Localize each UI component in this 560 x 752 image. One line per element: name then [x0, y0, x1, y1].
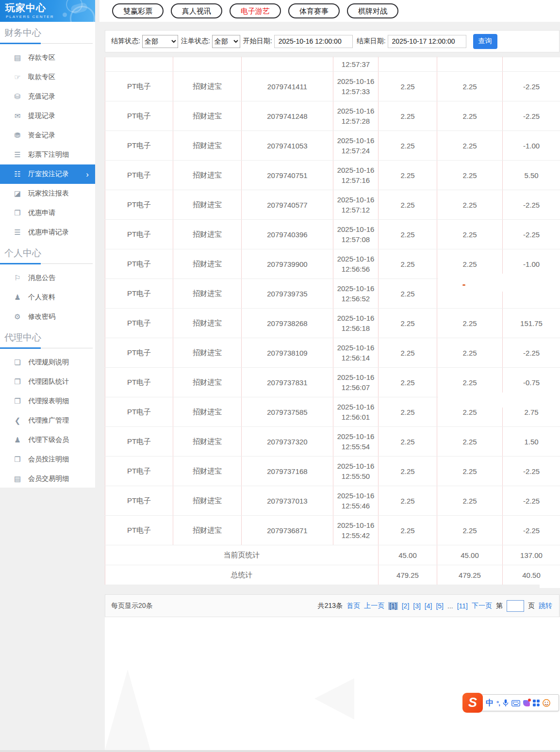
page-link-2[interactable]: [2]: [402, 602, 410, 610]
cell-game: 招财进宝: [173, 486, 242, 516]
page-link-3[interactable]: [3]: [413, 602, 421, 610]
cell-order-number: 2079740577: [242, 190, 333, 220]
sidebar-item-recharge-records[interactable]: ⛁ 充值记录: [0, 87, 95, 106]
tab-board-games[interactable]: 棋牌对战: [347, 3, 398, 18]
goto-jump-link[interactable]: 跳转: [539, 602, 552, 610]
keyboard-icon[interactable]: [511, 700, 520, 706]
cell-win-loss: -2.25: [503, 190, 560, 220]
cell-platform: PT电子: [105, 131, 173, 161]
promo-apply-records-icon: ☰: [13, 228, 22, 237]
sidebar-item-agent-promotion[interactable]: ❮ 代理推广管理: [0, 411, 95, 430]
goto-page-input[interactable]: [507, 600, 524, 612]
end-date-label: 结束日期:: [357, 37, 386, 46]
page-link-1[interactable]: [1]: [388, 602, 398, 610]
ime-toolbar: S 中 °,: [462, 693, 560, 713]
cell-platform: PT电子: [105, 161, 173, 190]
sidebar-item-player-bet-report[interactable]: ◪ 玩家投注报表: [0, 184, 95, 203]
cell-win-loss: 151.75: [503, 309, 560, 338]
cell-order-number: 2079737585: [242, 397, 333, 427]
sidebar-item-promo-apply[interactable]: ❒ 优惠申请: [0, 203, 95, 223]
cell-platform: PT电子: [105, 516, 173, 545]
cell-valid-amount: 2.25: [437, 190, 503, 220]
page-link-4[interactable]: [4]: [425, 602, 432, 610]
end-date-input[interactable]: [388, 35, 466, 48]
page-link-11[interactable]: [11]: [457, 602, 468, 610]
chinese-mode-icon[interactable]: 中: [486, 698, 494, 708]
watermark-triangle: [105, 670, 150, 750]
cell-win-loss: -1.00: [503, 131, 560, 161]
punctuation-icon[interactable]: °,: [496, 700, 500, 707]
cell-order-number: 2079737320: [242, 427, 333, 457]
pager: 共213条 首页 上一页 [1][2][3][4][5]...[11] 下一页 …: [318, 600, 552, 612]
cell-game: 招财进宝: [173, 101, 242, 131]
withdrawal-records-icon: ✉: [13, 112, 22, 120]
cell-order-number: 2079740751: [242, 161, 333, 190]
sidebar-item-messages[interactable]: ⚐ 消息公告: [0, 268, 95, 288]
apps-grid-icon[interactable]: [533, 700, 540, 706]
sidebar-section: 代理中心 ❏ 代理规则说明 ❐ 代理团队统计 ❐ 代理报表明细 ❮ 代理推广管理…: [0, 327, 95, 489]
settle-status-select[interactable]: 全部: [142, 35, 178, 48]
sidebar-item-member-transaction-details[interactable]: ▤ 会员交易明细: [0, 469, 95, 489]
cell-game: 招财进宝: [173, 338, 242, 368]
sidebar-item-label: 厅室投注记录: [28, 170, 69, 179]
sidebar-section-title: 财务中心: [0, 22, 95, 43]
order-status-select[interactable]: 全部: [212, 35, 240, 48]
cell-time: 2025-10-1612:57:28: [333, 101, 379, 131]
lottery-bet-details-icon: ☰: [13, 150, 22, 159]
redaction-patch: [438, 274, 560, 292]
sidebar-item-agent-rules[interactable]: ❏ 代理规则说明: [0, 353, 95, 372]
cell-game: 招财进宝: [173, 72, 242, 101]
sidebar-item-promo-apply-records[interactable]: ☰ 优惠申请记录: [0, 223, 95, 242]
sidebar-item-hall-bet-records[interactable]: ☷ 厅室投注记录 ›: [0, 164, 95, 184]
cell-time: 2025-10-1612:56:14: [333, 338, 379, 368]
page-link-5[interactable]: [5]: [436, 602, 444, 610]
sidebar-item-deposit-zone[interactable]: ▤ 存款专区: [0, 48, 95, 67]
sidebar-item-lottery-bet-details[interactable]: ☰ 彩票下注明细: [0, 145, 95, 164]
tab-live-video[interactable]: 真人视讯: [171, 3, 222, 18]
table-row: PT电子 招财进宝 2079738268 2025-10-1612:56:18 …: [105, 309, 560, 338]
skin-icon[interactable]: [523, 700, 530, 706]
sidebar-item-label: 取款专区: [28, 73, 55, 82]
cell-time: 2025-10-1612:56:56: [333, 249, 379, 279]
start-date-input[interactable]: [274, 35, 353, 48]
sidebar-section-title: 个人中心: [0, 242, 95, 263]
prev-page-link[interactable]: 上一页: [364, 602, 384, 610]
sidebar-section-rule: [0, 347, 95, 349]
sidebar-item-profile[interactable]: ♟ 个人资料: [0, 288, 95, 307]
table-row: PT电子 招财进宝 2079737168 2025-10-1612:55:50 …: [105, 457, 560, 486]
sidebar-item-change-password[interactable]: ⚙ 修改密码: [0, 307, 95, 327]
sidebar-item-withdraw-zone[interactable]: ☞ 取款专区: [0, 67, 95, 87]
sidebar-item-agent-team-stats[interactable]: ❐ 代理团队统计: [0, 372, 95, 392]
redaction-patch: [540, 578, 560, 588]
sidebar-item-withdrawal-records[interactable]: ✉ 提现记录: [0, 106, 95, 126]
funds-records-icon: ⛃: [13, 131, 22, 140]
search-button[interactable]: 查询: [473, 34, 497, 49]
tab-sports[interactable]: 体育赛事: [288, 3, 340, 18]
emoji-icon[interactable]: [543, 699, 550, 707]
cell-bet-amount: 2.25: [379, 457, 437, 486]
summary-valid-amount: 479.25: [437, 565, 503, 585]
microphone-icon[interactable]: [503, 699, 509, 707]
cell-win-loss: -2.25: [503, 486, 560, 516]
sidebar-item-funds-records[interactable]: ⛃ 资金记录: [0, 126, 95, 145]
cell-game: 招财进宝: [173, 279, 242, 309]
sidebar-item-label: 玩家投注报表: [28, 189, 69, 198]
cell-time: 2025-10-1612:57:33: [333, 72, 379, 101]
cell-win-loss: -2.25: [503, 101, 560, 131]
tab-electronic-games[interactable]: 电子游艺: [230, 3, 281, 18]
tab-lottery[interactable]: 雙赢彩票: [112, 3, 164, 18]
sidebar-item-agent-report-details[interactable]: ❐ 代理报表明细: [0, 392, 95, 411]
sidebar-item-member-bet-details[interactable]: ❒ 会员投注明细: [0, 450, 95, 469]
cell-time: 2025-10-1612:55:54: [333, 427, 379, 457]
app-header: 玩家中心 PLAYERS CENTER: [0, 0, 95, 22]
profile-icon: ♟: [13, 293, 22, 302]
sidebar-item-agent-sub-members[interactable]: ♟ 代理下级会员: [0, 430, 95, 450]
cell-order-number: 2079741411: [242, 72, 333, 101]
cell-time: 2025-10-1612:57:24: [333, 131, 379, 161]
sogou-logo-icon[interactable]: S: [462, 693, 483, 713]
first-page-link[interactable]: 首页: [346, 602, 360, 610]
hall-bet-records-icon: ☷: [13, 170, 22, 179]
next-page-link[interactable]: 下一页: [472, 602, 492, 610]
agent-report-details-icon: ❐: [13, 397, 22, 406]
sidebar-item-label: 优惠申请: [28, 209, 55, 217]
